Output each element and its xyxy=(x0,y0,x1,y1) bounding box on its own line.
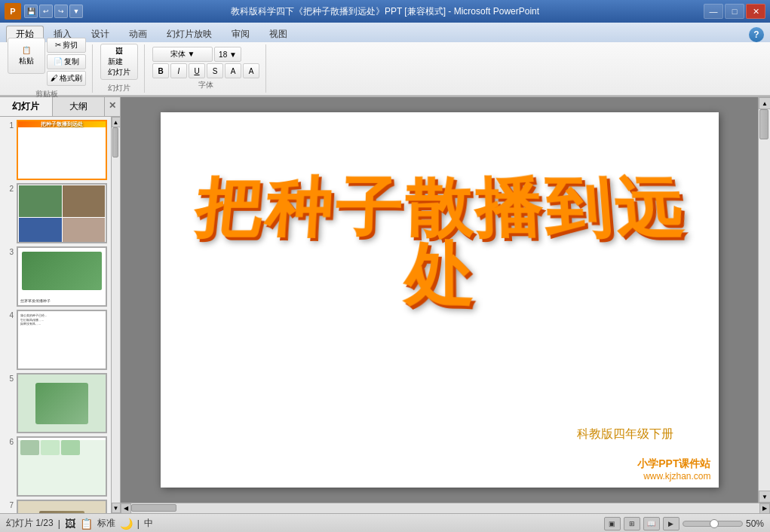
quick-access-toolbar: 💾 ↩ ↪ ▼ xyxy=(24,5,83,18)
bottom-scroll-track xyxy=(131,503,759,513)
tab-slideshow[interactable]: 幻灯片放映 xyxy=(157,26,222,42)
font-size-dropdown[interactable]: 18 ▼ xyxy=(214,47,241,62)
new-slide-label: 新建幻灯片 xyxy=(108,57,130,78)
watermark-line1: 小学PPT课件站 xyxy=(637,457,710,471)
moon-icon: 🌙 xyxy=(120,518,133,530)
redo-quick-btn[interactable]: ↪ xyxy=(54,5,68,18)
tab-animation[interactable]: 动画 xyxy=(119,26,157,42)
font-label: 字体 xyxy=(198,80,213,90)
thumb-leaf-img xyxy=(35,383,88,424)
app-icon: P xyxy=(5,3,21,20)
new-slide-button[interactable]: 🖼 新建幻灯片 xyxy=(100,44,138,80)
thumb-img-green xyxy=(19,185,62,217)
ribbon-group-clipboard: 📋 粘贴 ✂ 剪切 📄 复制 🖌 格式刷 剪贴板 xyxy=(6,44,93,93)
ribbon-group-slides: 🖼 新建幻灯片 幻灯片 xyxy=(99,44,145,93)
font-row2: B I U S A A xyxy=(152,63,259,78)
reading-view-button[interactable]: 📖 xyxy=(643,517,660,530)
bottom-scrollbar: ◀ ▶ xyxy=(121,503,770,513)
scrollbar-thumb[interactable] xyxy=(112,127,118,157)
status-divider1: | xyxy=(58,518,60,529)
minimize-button[interactable]: — xyxy=(704,4,723,19)
tab-view[interactable]: 视图 xyxy=(259,26,297,42)
slide-item-7[interactable]: 7 xyxy=(3,500,108,513)
copy-button[interactable]: 📄 复制 xyxy=(47,54,86,69)
ribbon: 开始 插入 设计 动画 幻灯片放映 审阅 视图 ? 📋 粘贴 ✂ 剪切 📄 复制… xyxy=(0,23,770,97)
slide-num-1: 1 xyxy=(3,120,14,130)
text-shadow-button[interactable]: A xyxy=(225,63,241,78)
thumb-img-tan xyxy=(63,218,106,243)
thumb-plant-img xyxy=(22,252,102,290)
underline-button[interactable]: U xyxy=(189,63,205,78)
slide-thumb-2[interactable] xyxy=(17,183,107,243)
slide-thumb-7[interactable] xyxy=(17,500,107,513)
slide-thumb-1[interactable]: 把种子散播到远处 xyxy=(17,120,107,180)
slide-item-4[interactable]: 4 蒲公英的种子已经... 它们靠风传播，... 如果没有风，... xyxy=(3,310,108,370)
bottom-scroll-right[interactable]: ▶ xyxy=(759,503,770,514)
slide-item-6[interactable]: 6 xyxy=(3,436,108,497)
slide-num-2: 2 xyxy=(3,183,14,193)
slide-thumb-2-content xyxy=(18,185,106,243)
italic-button[interactable]: I xyxy=(170,63,187,78)
strikethrough-button[interactable]: S xyxy=(207,63,223,78)
tab-design[interactable]: 设计 xyxy=(81,26,119,42)
slides-buttons: 🖼 新建幻灯片 xyxy=(100,44,138,80)
slide-main-title-text: 把种子散播到远处 xyxy=(183,176,696,310)
bottom-scroll-left[interactable]: ◀ xyxy=(121,503,131,514)
right-scroll-thumb[interactable] xyxy=(759,109,768,139)
save-quick-btn[interactable]: 💾 xyxy=(24,5,38,18)
panel-close-button[interactable]: ✕ xyxy=(105,97,120,116)
slide-thumb-4[interactable]: 蒲公英的种子已经... 它们靠风传播，... 如果没有风，... xyxy=(17,310,107,370)
window-title: 教科版科学四下《把种子散播到远处》PPT [兼容模式] - Microsoft … xyxy=(231,5,539,18)
font-family-dropdown[interactable]: 宋体 ▼ xyxy=(152,47,213,62)
tab-review[interactable]: 审阅 xyxy=(222,26,259,42)
font-color-button[interactable]: A xyxy=(243,63,259,78)
undo-quick-btn[interactable]: ↩ xyxy=(39,5,53,18)
right-scroll-down[interactable]: ▼ xyxy=(759,491,770,503)
paste-button[interactable]: 📋 粘贴 xyxy=(8,38,45,74)
slide-info: 幻灯片 1/23 xyxy=(6,517,54,530)
zoom-slider[interactable] xyxy=(683,521,743,527)
customize-quick-btn[interactable]: ▼ xyxy=(69,5,83,18)
cut-button[interactable]: ✂ 剪切 xyxy=(47,38,86,53)
thumb-title-text: 把种子散播到远处 xyxy=(41,121,83,127)
format-painter-button[interactable]: 🖌 格式刷 xyxy=(47,71,86,86)
scrollbar-down-arrow[interactable]: ▼ xyxy=(112,503,121,513)
slide-item-5[interactable]: 5 xyxy=(3,373,108,433)
normal-view-button[interactable]: ▣ xyxy=(604,517,621,530)
slide-item-3[interactable]: 3 丝茅草发传播种子 xyxy=(3,246,108,307)
bold-button[interactable]: B xyxy=(152,63,169,78)
slide-thumb-3-content: 丝茅草发传播种子 xyxy=(18,248,106,305)
slide-sorter-button[interactable]: ⊞ xyxy=(624,517,640,530)
maximize-button[interactable]: □ xyxy=(725,4,744,19)
slide-thumb-5-content xyxy=(18,375,106,432)
slide-main-title-container: 把种子散播到远处 xyxy=(191,173,689,308)
help-button[interactable]: ? xyxy=(749,27,764,42)
slide-num-4: 4 xyxy=(3,310,14,320)
sidebar-scrollbar: ▲ ▼ xyxy=(111,117,120,513)
scrollbar-up-arrow[interactable]: ▲ xyxy=(112,117,121,127)
slides-tab[interactable]: 幻灯片 xyxy=(0,97,53,116)
slide-thumb-3[interactable]: 丝茅草发传播种子 xyxy=(17,246,107,307)
slide-item-1[interactable]: 1 把种子散播到远处 xyxy=(3,120,108,180)
status-left: 幻灯片 1/23 | 🖼 📋 标准 🌙 | 中 xyxy=(6,517,153,530)
bottom-scroll-thumb[interactable] xyxy=(131,504,176,512)
status-icon1: 🖼 xyxy=(65,518,75,530)
thumb-caption: 丝茅草发传播种子 xyxy=(20,298,51,303)
slide-num-3: 3 xyxy=(3,246,14,256)
slide-canvas[interactable]: 把种子散播到远处 科教版四年级下册 小学PPT课件站 www.kjzhan.co… xyxy=(161,112,719,488)
slide-thumb-6[interactable] xyxy=(17,436,107,497)
panel-tabs: 幻灯片 大纲 ✕ xyxy=(0,97,120,117)
slide-thumb-5[interactable] xyxy=(17,373,107,433)
slide-item-2[interactable]: 2 xyxy=(3,183,108,243)
right-scroll-track xyxy=(759,109,770,491)
new-slide-icon: 🖼 xyxy=(115,47,123,55)
thumb-diagram-box2 xyxy=(41,440,60,455)
right-scroll-up[interactable]: ▲ xyxy=(759,97,770,109)
thumb-text-line3: 如果没有风，... xyxy=(20,322,103,326)
watermark: 小学PPT课件站 www.kjzhan.com xyxy=(637,457,710,482)
close-button[interactable]: ✕ xyxy=(746,4,765,19)
canvas-area: 把种子散播到远处 科教版四年级下册 小学PPT课件站 www.kjzhan.co… xyxy=(121,97,758,503)
outline-tab[interactable]: 大纲 xyxy=(53,97,106,116)
right-scrollbar: ▲ ▼ xyxy=(758,97,770,503)
slideshow-button[interactable]: ▶ xyxy=(663,517,680,530)
